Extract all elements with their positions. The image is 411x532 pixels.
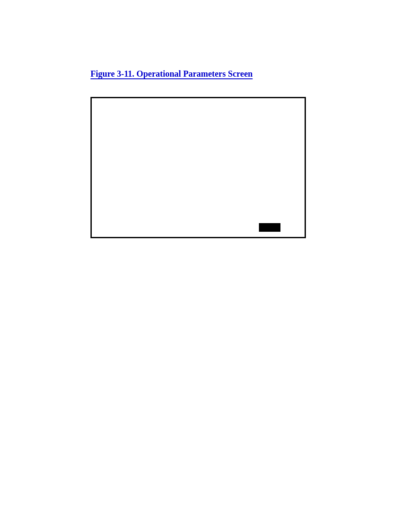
page-root: Figure 3-11. Operational Parameters Scre… [0,0,411,532]
figure-caption-link[interactable]: Figure 3-11. Operational Parameters Scre… [90,69,252,79]
figure-frame [90,97,306,238]
figure-inset-block [259,223,280,232]
figure-caption-text: Figure 3-11. Operational Parameters Scre… [90,69,252,78]
